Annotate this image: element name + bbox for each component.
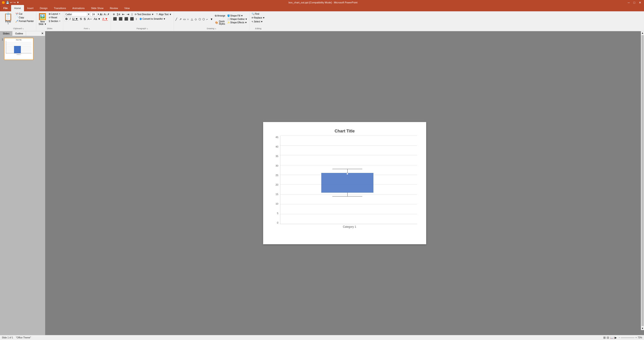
redo-icon[interactable]: ↪ [13, 1, 16, 4]
align-right-button[interactable]: ⬛ [124, 17, 129, 21]
paragraph-group-content: ≡ 1≡ ⇤ ⇥ ⫶ ⟳ Text Direction ▼ ⊤ Align Te… [112, 12, 172, 27]
copy-button[interactable]: 📄 Copy [14, 16, 35, 19]
restore-button[interactable]: □ [632, 1, 636, 4]
align-left-button[interactable]: ⬛ [112, 17, 118, 21]
shape-format-buttons: 🪣 Shape Fill ▼ ⬜ Shape Outline ▼ ✨ Shape… [227, 14, 248, 24]
convert-smartart-arrow: ▼ [163, 18, 166, 20]
font-expand-icon[interactable]: ↘ [88, 28, 90, 30]
replace-button[interactable]: ⟳ Replace ▼ [251, 16, 266, 20]
tab-transitions[interactable]: Transitions [51, 5, 69, 11]
more-shapes[interactable]: ▼ [210, 18, 214, 21]
save-icon[interactable]: 💾 [6, 1, 9, 4]
shrink-font-button[interactable]: A↓ [104, 13, 107, 16]
font-row2: B I U ▼ S S A↔ Aa ▼ A ▼ [64, 17, 108, 21]
increase-indent-button[interactable]: ⇥ [126, 12, 130, 16]
clear-format-button[interactable]: ✗ [107, 13, 109, 16]
strikethrough-button[interactable]: S [79, 17, 83, 21]
font-name-box[interactable]: Calibri [64, 12, 87, 16]
line-spacing-button[interactable]: ↕ [135, 17, 138, 21]
shape-effects-button[interactable]: ✨ Shape Effects ▼ [227, 21, 248, 24]
align-text-button[interactable]: ⊤ Align Text ▼ [155, 13, 172, 16]
convert-smartart-button[interactable]: 🔷 Convert to SmartArt ▼ [138, 17, 166, 20]
window-title: box_chart_out.ppt [Compatibility Mode] -… [19, 1, 627, 4]
scroll-down-button[interactable]: ▼ [641, 327, 644, 330]
slide-thumbnail[interactable]: Chart Title [4, 38, 34, 60]
layout-button[interactable]: ⊞ Layout ▼ [48, 12, 62, 16]
quick-styles-button[interactable]: 🎨 QuickStyles [214, 19, 226, 26]
shape-fill-button[interactable]: 🪣 Shape Fill ▼ [227, 14, 248, 17]
y-label-10: 10 [276, 202, 278, 205]
tab-animations[interactable]: Animations [69, 5, 88, 11]
tab-home[interactable]: Home [11, 5, 24, 11]
slide-sorter-icon[interactable]: ⊟ [607, 336, 609, 339]
italic-button[interactable]: I [69, 17, 71, 21]
normal-view-icon[interactable]: ⊞ [603, 336, 606, 339]
drawing-expand-icon[interactable]: ↘ [215, 28, 216, 30]
numbering-button[interactable]: 1≡ [116, 12, 121, 16]
grow-font-button[interactable]: A↑ [100, 13, 104, 16]
minimize-button[interactable]: ─ [627, 1, 631, 4]
tab-view[interactable]: View [121, 5, 133, 11]
close-button[interactable]: ✕ [638, 1, 642, 4]
slides-tab[interactable]: Slides [0, 31, 12, 36]
ellipse-shape[interactable]: ○ [187, 18, 190, 21]
change-case-button[interactable]: Aa ▼ [93, 17, 101, 21]
slideshow-icon[interactable]: ▶ [614, 336, 617, 339]
customize-quick-access-icon[interactable]: ▼ [16, 1, 19, 4]
font-color-button[interactable]: A ▼ [102, 17, 108, 21]
line-shape[interactable]: ╱ [175, 18, 179, 21]
bullets-button[interactable]: ≡ [112, 12, 116, 16]
text-direction-button[interactable]: ⟳ Text Direction ▼ [134, 13, 155, 16]
underline-button[interactable]: U ▼ [72, 17, 79, 21]
bold-button[interactable]: B [64, 17, 68, 21]
outline-tab[interactable]: Outline [12, 31, 26, 36]
penta-shape[interactable]: ⬠ [198, 18, 202, 21]
format-painter-button[interactable]: 🖌️ Format Painter [14, 20, 35, 23]
hexa-shape[interactable]: ⬡ [202, 18, 206, 21]
font-size-arrow[interactable]: ▼ [97, 13, 100, 16]
decrease-indent-button[interactable]: ⇤ [121, 12, 126, 16]
arrow-shape[interactable]: ↗ [179, 18, 183, 21]
scroll-up-button[interactable]: ▲ [641, 31, 644, 35]
clipboard-expand-icon[interactable]: ↘ [22, 28, 24, 30]
paste-dropdown-arrow[interactable]: ▼ [7, 23, 9, 25]
new-slide-button[interactable]: 🖼️ NewSlide ▼ [38, 12, 47, 27]
slide[interactable]: Chart Title 45 40 35 30 25 20 15 10 5 0 [263, 122, 426, 244]
scroll-thumb[interactable] [642, 35, 644, 326]
rect-shape[interactable]: ▭ [183, 18, 186, 21]
arrange-button[interactable]: ⧉ Arrange [214, 12, 226, 19]
tri-shape[interactable]: △ [191, 18, 194, 21]
slide-panel-close-button[interactable]: ✕ [40, 31, 45, 36]
justify-button[interactable]: ⬛ [129, 17, 134, 21]
find-button[interactable]: 🔍 Find [251, 12, 260, 16]
font-name-arrow[interactable]: ▼ [88, 13, 90, 16]
title-bar: 🟠 💾 ↩ ↪ ▼ box_chart_out.ppt [Compatibili… [0, 0, 644, 5]
section-button[interactable]: § Section ▼ [48, 20, 62, 23]
tab-slideshow[interactable]: Slide Show [88, 5, 107, 11]
columns-button[interactable]: ⫶ [130, 12, 133, 16]
format-painter-label: Format Painter [19, 20, 34, 22]
zoom-slider[interactable] [621, 337, 634, 338]
spacing-button[interactable]: A↔ [87, 17, 92, 21]
paragraph-expand-icon[interactable]: ↘ [146, 28, 148, 30]
shadow-button[interactable]: S [83, 17, 86, 21]
tab-design[interactable]: Design [37, 5, 51, 11]
reading-view-icon[interactable]: 📖 [610, 336, 614, 339]
zoom-out-button[interactable]: − [619, 336, 620, 339]
reset-button[interactable]: ↺ Reset [48, 16, 62, 19]
right-scrollbar[interactable]: ▲ ▼ [641, 31, 644, 330]
font-size-box[interactable]: 24 [90, 12, 97, 16]
select-button[interactable]: ↖ Select ▼ [251, 20, 264, 23]
paste-button[interactable]: 📋 Paste ▼ [2, 12, 14, 26]
tab-review[interactable]: Review [107, 5, 121, 11]
zoom-in-button[interactable]: + [636, 336, 637, 339]
diamond-shape[interactable]: ◇ [194, 18, 198, 21]
undo-icon[interactable]: ↩ [10, 1, 12, 4]
tab-insert[interactable]: Insert [24, 5, 37, 11]
center-button[interactable]: ⬛ [118, 17, 123, 21]
chart-plot [280, 136, 417, 224]
shape-outline-button[interactable]: ⬜ Shape Outline ▼ [227, 18, 248, 20]
corner-shape[interactable]: ⌐ [206, 18, 210, 21]
cut-button[interactable]: ✂️ Cut [14, 12, 35, 16]
tab-file[interactable]: File [0, 5, 11, 11]
